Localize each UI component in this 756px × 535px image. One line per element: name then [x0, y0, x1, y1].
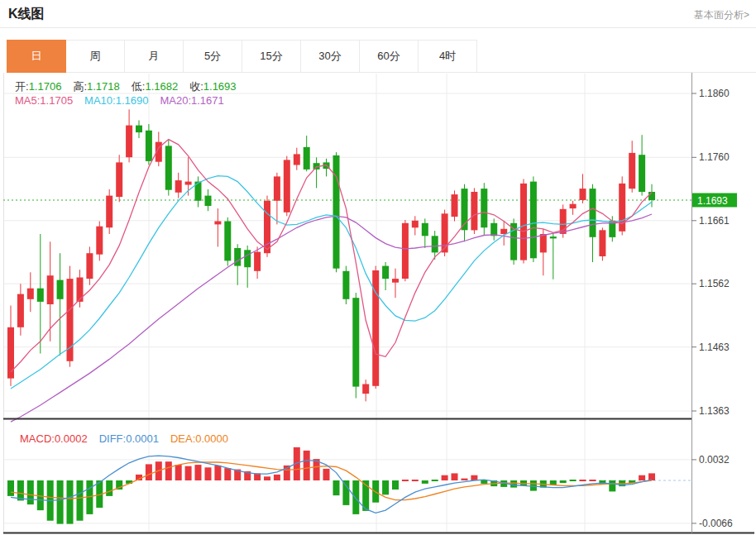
- legend-value: 1.1706: [29, 80, 62, 93]
- legend-value: 1.1671: [191, 94, 224, 107]
- svg-text:1.1463: 1.1463: [699, 342, 730, 353]
- legend-label: MA20:: [160, 94, 191, 107]
- legend-value: 1.1705: [40, 94, 73, 107]
- ma20-line: [11, 214, 652, 422]
- tab-30分[interactable]: 30分: [301, 40, 360, 73]
- legend-item: 收:1.1693: [189, 80, 236, 93]
- tab-15分[interactable]: 15分: [242, 40, 301, 73]
- legend-value: 0.0000: [195, 432, 228, 445]
- svg-text:1.1760: 1.1760: [699, 151, 730, 163]
- period-tabbar: 日周月5分15分30分60分4时: [7, 40, 477, 73]
- macd-legend: MACD:0.0002DIFF:0.0001DEA:0.0000: [20, 432, 240, 445]
- svg-text:1.1562: 1.1562: [699, 278, 730, 289]
- svg-text:-0.0066: -0.0066: [699, 518, 733, 529]
- svg-text:1.1661: 1.1661: [699, 215, 730, 227]
- legend-item: MA10:1.1690: [84, 94, 148, 107]
- ma5-line: [11, 140, 652, 372]
- price-axis-labels: 1.18601.17601.16611.15621.14631.1363: [691, 88, 730, 417]
- legend-item: 开:1.1706: [15, 80, 61, 93]
- legend-item: MA20:1.1671: [160, 94, 223, 107]
- tab-60分[interactable]: 60分: [360, 40, 419, 73]
- candles-layer: [7, 109, 655, 401]
- tab-月[interactable]: 月: [125, 40, 184, 73]
- legend-value: 0.0001: [126, 432, 159, 445]
- tab-日[interactable]: 日: [7, 40, 66, 73]
- gridlines: [3, 73, 691, 533]
- macd-axis-labels: 0.0032-0.0066: [691, 454, 733, 529]
- tab-5分[interactable]: 5分: [184, 40, 242, 73]
- legend-value: 1.1718: [87, 80, 120, 93]
- fundamental-analysis-link[interactable]: 基本面分析>: [694, 8, 749, 22]
- svg-text:1.1860: 1.1860: [699, 88, 730, 99]
- legend-item: 高:1.1718: [73, 80, 119, 93]
- svg-text:0.0032: 0.0032: [699, 454, 730, 466]
- ohlc-legend: 开:1.1706高:1.1718低:1.1682收:1.1693: [15, 79, 248, 94]
- current-price-badge: 1.1693: [692, 193, 737, 208]
- legend-label: MACD:: [20, 432, 55, 445]
- legend-item: DEA:0.0000: [170, 432, 228, 445]
- page-title: K线图: [8, 6, 45, 23]
- legend-item: MA5:1.1705: [15, 94, 73, 107]
- legend-value: 1.1682: [145, 80, 178, 93]
- svg-text:1.1693: 1.1693: [697, 195, 728, 207]
- legend-value: 1.1690: [116, 94, 149, 107]
- legend-value: 1.1693: [203, 80, 237, 93]
- svg-text:1.1363: 1.1363: [699, 405, 730, 417]
- tab-周[interactable]: 周: [66, 40, 125, 73]
- legend-value: 0.0002: [55, 432, 88, 445]
- legend-item: DIFF:0.0001: [99, 432, 159, 445]
- kline-page: 1.18601.17601.16611.15621.14631.13630.00…: [0, 0, 756, 535]
- legend-label: MA10:: [84, 94, 116, 107]
- legend-label: DIFF:: [99, 432, 127, 445]
- header-divider: [0, 27, 756, 28]
- legend-label: DEA:: [170, 432, 195, 445]
- legend-label: 收:: [189, 80, 203, 93]
- ma-legend: MA5:1.1705MA10:1.1690MA20:1.1671: [15, 94, 236, 107]
- legend-label: 高:: [73, 80, 87, 93]
- tab-4时[interactable]: 4时: [419, 40, 477, 73]
- legend-item: MACD:0.0002: [20, 432, 88, 445]
- legend-item: 低:1.1682: [132, 80, 178, 93]
- legend-label: MA5:: [15, 94, 40, 107]
- legend-label: 低:: [132, 80, 146, 93]
- legend-label: 开:: [15, 80, 29, 93]
